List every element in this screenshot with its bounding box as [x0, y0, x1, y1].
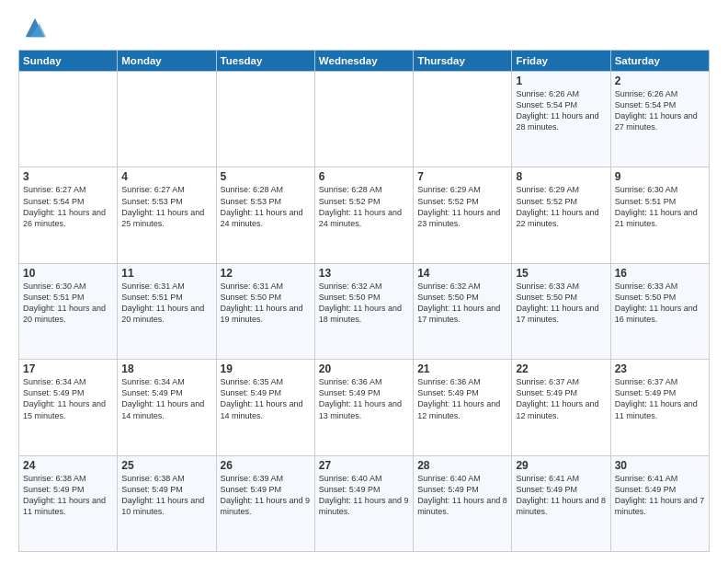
calendar-cell-2-5: 15Sunrise: 6:33 AM Sunset: 5:50 PM Dayli… — [512, 263, 610, 359]
calendar-cell-4-6: 30Sunrise: 6:41 AM Sunset: 5:49 PM Dayli… — [610, 455, 709, 551]
cell-info-text: Sunrise: 6:36 AM Sunset: 5:49 PM Dayligh… — [319, 376, 409, 421]
calendar-cell-4-5: 29Sunrise: 6:41 AM Sunset: 5:49 PM Dayli… — [512, 455, 610, 551]
calendar-row-1: 3Sunrise: 6:27 AM Sunset: 5:54 PM Daylig… — [19, 167, 710, 263]
calendar-cell-4-4: 28Sunrise: 6:40 AM Sunset: 5:49 PM Dayli… — [414, 455, 512, 551]
cell-info-text: Sunrise: 6:34 AM Sunset: 5:49 PM Dayligh… — [23, 376, 113, 421]
day-number: 14 — [417, 267, 507, 280]
day-number: 13 — [319, 267, 409, 280]
day-number: 11 — [121, 267, 211, 280]
calendar-table: SundayMondayTuesdayWednesdayThursdayFrid… — [18, 50, 710, 552]
calendar-cell-2-0: 10Sunrise: 6:30 AM Sunset: 5:51 PM Dayli… — [19, 263, 118, 359]
calendar-cell-0-4 — [414, 72, 512, 167]
calendar-cell-2-6: 16Sunrise: 6:33 AM Sunset: 5:50 PM Dayli… — [610, 263, 709, 359]
cell-info-text: Sunrise: 6:31 AM Sunset: 5:51 PM Dayligh… — [121, 281, 211, 326]
page: SundayMondayTuesdayWednesdayThursdayFrid… — [0, 0, 728, 563]
calendar-cell-0-2 — [216, 72, 314, 167]
cell-info-text: Sunrise: 6:32 AM Sunset: 5:50 PM Dayligh… — [319, 281, 409, 326]
day-number: 4 — [121, 170, 211, 183]
day-number: 5 — [221, 170, 311, 183]
calendar-cell-0-5: 1Sunrise: 6:26 AM Sunset: 5:54 PM Daylig… — [512, 72, 610, 167]
day-number: 16 — [615, 267, 705, 280]
calendar-cell-3-1: 18Sunrise: 6:34 AM Sunset: 5:49 PM Dayli… — [118, 360, 216, 455]
calendar-cell-2-4: 14Sunrise: 6:32 AM Sunset: 5:50 PM Dayli… — [414, 263, 512, 359]
calendar-cell-0-0 — [19, 72, 118, 167]
calendar-cell-1-1: 4Sunrise: 6:27 AM Sunset: 5:53 PM Daylig… — [118, 167, 216, 263]
day-number: 20 — [319, 362, 409, 375]
cell-info-text: Sunrise: 6:29 AM Sunset: 5:52 PM Dayligh… — [417, 184, 507, 229]
calendar-cell-2-3: 13Sunrise: 6:32 AM Sunset: 5:50 PM Dayli… — [314, 263, 413, 359]
cell-info-text: Sunrise: 6:28 AM Sunset: 5:52 PM Dayligh… — [319, 184, 409, 229]
calendar-row-0: 1Sunrise: 6:26 AM Sunset: 5:54 PM Daylig… — [19, 72, 710, 167]
cell-info-text: Sunrise: 6:28 AM Sunset: 5:53 PM Dayligh… — [221, 184, 311, 229]
cell-info-text: Sunrise: 6:30 AM Sunset: 5:51 PM Dayligh… — [23, 281, 113, 326]
cell-info-text: Sunrise: 6:39 AM Sunset: 5:49 PM Dayligh… — [221, 473, 311, 518]
cell-info-text: Sunrise: 6:35 AM Sunset: 5:49 PM Dayligh… — [221, 376, 311, 421]
calendar-cell-3-3: 20Sunrise: 6:36 AM Sunset: 5:49 PM Dayli… — [314, 360, 413, 455]
calendar-cell-1-3: 6Sunrise: 6:28 AM Sunset: 5:52 PM Daylig… — [314, 167, 413, 263]
day-number: 17 — [23, 362, 113, 375]
calendar-cell-1-2: 5Sunrise: 6:28 AM Sunset: 5:53 PM Daylig… — [216, 167, 314, 263]
weekday-header-saturday: Saturday — [610, 51, 709, 72]
day-number: 29 — [516, 459, 606, 472]
day-number: 28 — [417, 459, 507, 472]
calendar-cell-4-0: 24Sunrise: 6:38 AM Sunset: 5:49 PM Dayli… — [19, 455, 118, 551]
day-number: 12 — [221, 267, 311, 280]
calendar-cell-3-5: 22Sunrise: 6:37 AM Sunset: 5:49 PM Dayli… — [512, 360, 610, 455]
day-number: 9 — [615, 170, 705, 183]
cell-info-text: Sunrise: 6:29 AM Sunset: 5:52 PM Dayligh… — [516, 184, 606, 229]
calendar-cell-3-0: 17Sunrise: 6:34 AM Sunset: 5:49 PM Dayli… — [19, 360, 118, 455]
cell-info-text: Sunrise: 6:41 AM Sunset: 5:49 PM Dayligh… — [516, 473, 606, 518]
cell-info-text: Sunrise: 6:36 AM Sunset: 5:49 PM Dayligh… — [417, 376, 507, 421]
cell-info-text: Sunrise: 6:27 AM Sunset: 5:53 PM Dayligh… — [121, 184, 211, 229]
day-number: 19 — [221, 362, 311, 375]
day-number: 8 — [516, 170, 606, 183]
calendar-cell-4-3: 27Sunrise: 6:40 AM Sunset: 5:49 PM Dayli… — [314, 455, 413, 551]
calendar-cell-3-6: 23Sunrise: 6:37 AM Sunset: 5:49 PM Dayli… — [610, 360, 709, 455]
calendar-cell-3-2: 19Sunrise: 6:35 AM Sunset: 5:49 PM Dayli… — [216, 360, 314, 455]
cell-info-text: Sunrise: 6:32 AM Sunset: 5:50 PM Dayligh… — [417, 281, 507, 326]
calendar-row-3: 17Sunrise: 6:34 AM Sunset: 5:49 PM Dayli… — [19, 360, 710, 455]
cell-info-text: Sunrise: 6:30 AM Sunset: 5:51 PM Dayligh… — [615, 184, 705, 229]
weekday-header-monday: Monday — [118, 51, 216, 72]
calendar-row-2: 10Sunrise: 6:30 AM Sunset: 5:51 PM Dayli… — [19, 263, 710, 359]
calendar-row-4: 24Sunrise: 6:38 AM Sunset: 5:49 PM Dayli… — [19, 455, 710, 551]
calendar-cell-2-2: 12Sunrise: 6:31 AM Sunset: 5:50 PM Dayli… — [216, 263, 314, 359]
day-number: 10 — [23, 267, 113, 280]
cell-info-text: Sunrise: 6:33 AM Sunset: 5:50 PM Dayligh… — [516, 281, 606, 326]
weekday-header-tuesday: Tuesday — [216, 51, 314, 72]
day-number: 1 — [516, 75, 606, 87]
cell-info-text: Sunrise: 6:37 AM Sunset: 5:49 PM Dayligh… — [516, 376, 606, 421]
header — [18, 15, 710, 40]
cell-info-text: Sunrise: 6:41 AM Sunset: 5:49 PM Dayligh… — [615, 473, 705, 518]
day-number: 23 — [615, 362, 705, 375]
day-number: 30 — [615, 459, 705, 472]
cell-info-text: Sunrise: 6:40 AM Sunset: 5:49 PM Dayligh… — [417, 473, 507, 518]
calendar-cell-1-4: 7Sunrise: 6:29 AM Sunset: 5:52 PM Daylig… — [414, 167, 512, 263]
cell-info-text: Sunrise: 6:34 AM Sunset: 5:49 PM Dayligh… — [121, 376, 211, 421]
cell-info-text: Sunrise: 6:26 AM Sunset: 5:54 PM Dayligh… — [615, 88, 705, 133]
calendar-cell-4-2: 26Sunrise: 6:39 AM Sunset: 5:49 PM Dayli… — [216, 455, 314, 551]
day-number: 25 — [121, 459, 211, 472]
weekday-header-sunday: Sunday — [19, 51, 118, 72]
day-number: 2 — [615, 75, 705, 87]
weekday-header-thursday: Thursday — [414, 51, 512, 72]
day-number: 27 — [319, 459, 409, 472]
weekday-header-wednesday: Wednesday — [314, 51, 413, 72]
cell-info-text: Sunrise: 6:31 AM Sunset: 5:50 PM Dayligh… — [221, 281, 311, 326]
calendar-cell-0-6: 2Sunrise: 6:26 AM Sunset: 5:54 PM Daylig… — [610, 72, 709, 167]
day-number: 7 — [417, 170, 507, 183]
calendar-cell-3-4: 21Sunrise: 6:36 AM Sunset: 5:49 PM Dayli… — [414, 360, 512, 455]
day-number: 24 — [23, 459, 113, 472]
cell-info-text: Sunrise: 6:33 AM Sunset: 5:50 PM Dayligh… — [615, 281, 705, 326]
logo-icon — [22, 15, 48, 40]
calendar-cell-4-1: 25Sunrise: 6:38 AM Sunset: 5:49 PM Dayli… — [118, 455, 216, 551]
day-number: 18 — [121, 362, 211, 375]
calendar-cell-2-1: 11Sunrise: 6:31 AM Sunset: 5:51 PM Dayli… — [118, 263, 216, 359]
logo — [18, 15, 48, 40]
day-number: 26 — [221, 459, 311, 472]
calendar-cell-1-0: 3Sunrise: 6:27 AM Sunset: 5:54 PM Daylig… — [19, 167, 118, 263]
cell-info-text: Sunrise: 6:38 AM Sunset: 5:49 PM Dayligh… — [23, 473, 113, 518]
day-number: 3 — [23, 170, 113, 183]
cell-info-text: Sunrise: 6:40 AM Sunset: 5:49 PM Dayligh… — [319, 473, 409, 518]
day-number: 15 — [516, 267, 606, 280]
